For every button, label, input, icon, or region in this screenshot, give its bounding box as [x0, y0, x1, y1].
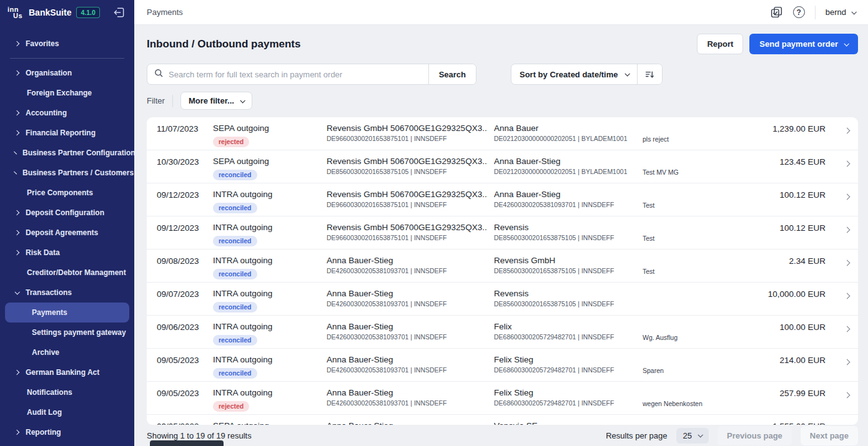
chevron-down-icon — [14, 289, 19, 294]
report-button[interactable]: Report — [697, 34, 743, 54]
results-summary: Showing 1 to 19 of 19 results — [147, 431, 252, 440]
sidebar-item-label: Notifications — [27, 388, 72, 397]
status-badge: reconciled — [213, 236, 257, 246]
payee-detail: DE85600300201653875105 | INNSDEFF — [494, 300, 636, 308]
chevron-right-icon — [14, 41, 19, 46]
brand-logo: inn Us — [7, 7, 24, 18]
payment-row[interactable]: 09/08/2023 INTRA outgoing reconciled Ann… — [147, 250, 858, 283]
sidebar-item-notifications[interactable]: Notifications — [5, 382, 129, 402]
status-badge: reconciled — [213, 269, 257, 279]
sidebar-item-label: Transactions — [26, 288, 72, 297]
help-icon[interactable]: ? — [793, 6, 805, 18]
search-group: Search — [147, 64, 476, 85]
chevron-right-icon — [844, 392, 851, 399]
sidebar-item-organisation[interactable]: Organisation — [5, 63, 129, 83]
pagination-footer: Showing 1 to 19 of 19 results Results pe… — [147, 425, 858, 446]
row-chevron[interactable] — [826, 289, 849, 315]
payee-cell: Felix Stieg DE68600300205729482701 | INN… — [494, 388, 643, 414]
sort-select[interactable]: Sort by Created date/time — [511, 64, 637, 84]
payment-row[interactable]: 09/05/2023 INTRA outgoing reconciled Ann… — [147, 349, 858, 382]
payee-detail: DE85600300201653875105 | INNSDEFF — [494, 267, 636, 274]
sidebar-item-financial-reporting[interactable]: Financial Reporting — [5, 123, 129, 143]
payee-name: Revensis GmbH — [494, 256, 636, 265]
payee-cell: Felix Stieg DE68600300205729482701 | INN… — [494, 355, 643, 381]
payment-type: INTRA outgoing — [213, 223, 327, 232]
payee-cell: Revensis DE85600300201653875105 | INNSDE… — [494, 289, 643, 315]
payment-row[interactable]: 11/07/2023 SEPA outgoing rejected Revens… — [147, 117, 858, 150]
payment-row[interactable]: 09/05/2023 SEPA outgoing reconciled Anna… — [147, 415, 858, 425]
search-button[interactable]: Search — [428, 64, 476, 84]
sidebar-item-transactions[interactable]: Transactions — [5, 283, 129, 303]
chevron-right-icon — [844, 194, 851, 200]
logout-icon[interactable] — [113, 6, 126, 19]
row-chevron[interactable] — [826, 355, 849, 381]
sidebar-item-favorites[interactable]: Favorites — [5, 34, 129, 54]
row-chevron[interactable] — [826, 157, 849, 183]
search-input[interactable] — [169, 70, 422, 79]
sidebar-item-audit-log[interactable]: Audit Log — [5, 402, 129, 422]
sidebar-item-label: Accounting — [26, 109, 67, 117]
sidebar-item-payments[interactable]: Payments — [5, 303, 129, 322]
app-window: inn Us BankSuite 4.1.0 FavoritesOrganisa… — [0, 0, 868, 446]
payment-row[interactable]: 09/12/2023 INTRA outgoing reconciled Rev… — [147, 183, 858, 216]
payment-date: 09/08/2023 — [157, 256, 213, 282]
payment-type: INTRA outgoing — [213, 322, 327, 331]
payment-row[interactable]: 10/30/2023 SEPA outgoing reconciled Reve… — [147, 150, 858, 183]
payment-date: 09/06/2023 — [157, 322, 213, 348]
sidebar-item-foreign-exchange[interactable]: Foreign Exchange — [5, 83, 129, 103]
chevron-down-icon — [844, 41, 849, 46]
payee-detail: DE68600300205729482701 | INNSDEFF — [494, 366, 636, 374]
browser-link-preview — [150, 440, 224, 446]
sidebar-item-reporting[interactable]: Reporting — [5, 422, 129, 442]
payment-date: 09/07/2023 — [157, 289, 213, 315]
filter-label: Filter — [147, 96, 165, 105]
payment-date: 09/12/2023 — [157, 223, 213, 249]
previous-page-button[interactable]: Previous page — [718, 426, 792, 445]
next-page-button[interactable]: Next page — [801, 426, 858, 445]
chevron-right-icon — [14, 250, 19, 255]
payer-name: Anna Bauer-Stieg — [327, 256, 488, 265]
sidebar-item-german-banking-act[interactable]: German Banking Act — [5, 362, 129, 382]
payment-row[interactable]: 09/12/2023 INTRA outgoing reconciled Rev… — [147, 216, 858, 250]
row-chevron[interactable] — [826, 190, 849, 216]
results-per-page-select[interactable]: 25 — [676, 428, 709, 444]
row-chevron[interactable] — [826, 388, 849, 414]
sidebar-item-deposit-agreements[interactable]: Deposit Agreements — [5, 223, 129, 243]
payment-row[interactable]: 09/06/2023 INTRA outgoing reconciled Ann… — [147, 316, 858, 349]
sidebar-item-deposit-configuration[interactable]: Deposit Configuration — [5, 203, 129, 223]
sidebar-item-creditor-debtor-managment[interactable]: Creditor/Debtor Managment — [5, 263, 129, 283]
more-filter-button[interactable]: More filter... — [180, 92, 252, 110]
sidebar-item-risk-data[interactable]: Risk Data — [5, 243, 129, 263]
payer-cell: Revensis GmbH 506700GE1G29325QX3... DE85… — [327, 157, 494, 183]
sidebar-item-accounting[interactable]: Accounting — [5, 103, 129, 123]
payer-detail: DE96600300201653875101 | INNSDEFF — [327, 135, 488, 142]
sidebar-item-label: Business Partner Configuration — [22, 148, 134, 157]
payer-name: Revensis GmbH 506700GE1G29325QX3... — [327, 223, 488, 232]
sidebar-item-settings-payment-gateway[interactable]: Settings payment gateway — [5, 322, 129, 342]
sidebar-item-price-components[interactable]: Price Components — [5, 183, 129, 203]
send-payment-order-button[interactable]: Send payment order — [749, 34, 858, 54]
row-chevron[interactable] — [826, 223, 849, 249]
sidebar-item-business-partners-customers[interactable]: Business Partners / Customers — [5, 163, 129, 183]
payment-note: Test MV MG — [643, 157, 732, 183]
sort-select-label: Sort by Created date/time — [520, 70, 618, 79]
payment-row[interactable]: 09/05/2023 INTRA outgoing rejected Anna … — [147, 382, 858, 415]
sort-order-button[interactable] — [637, 64, 662, 84]
payer-detail: DE42600300205381093701 | INNSDEFF — [327, 399, 488, 407]
payee-cell: Anna Bauer-Stieg DE42600300205381093701 … — [494, 190, 643, 216]
payer-cell: Anna Bauer-Stieg DE42600300205381093701 … — [327, 289, 494, 315]
user-menu[interactable]: bernd — [826, 7, 856, 17]
row-chevron[interactable] — [826, 256, 849, 282]
row-chevron[interactable] — [826, 322, 849, 348]
documents-check-icon[interactable] — [770, 6, 783, 19]
row-chevron[interactable] — [826, 124, 849, 150]
page-header: Inbound / Outbound payments Report Send … — [147, 34, 858, 54]
chevron-right-icon — [14, 130, 19, 135]
sidebar-item-archive[interactable]: Archive — [5, 342, 129, 362]
payment-type-cell: SEPA outgoing reconciled — [213, 157, 327, 183]
sort-group: Sort by Created date/time — [511, 64, 663, 85]
payment-row[interactable]: 09/07/2023 INTRA outgoing reconciled Ann… — [147, 283, 858, 316]
sidebar-item-business-partner-configuration[interactable]: Business Partner Configuration — [5, 143, 129, 163]
payment-date: 10/30/2023 — [157, 157, 213, 183]
sidebar-item-b2b-admin[interactable]: B2B Admin — [5, 442, 129, 446]
